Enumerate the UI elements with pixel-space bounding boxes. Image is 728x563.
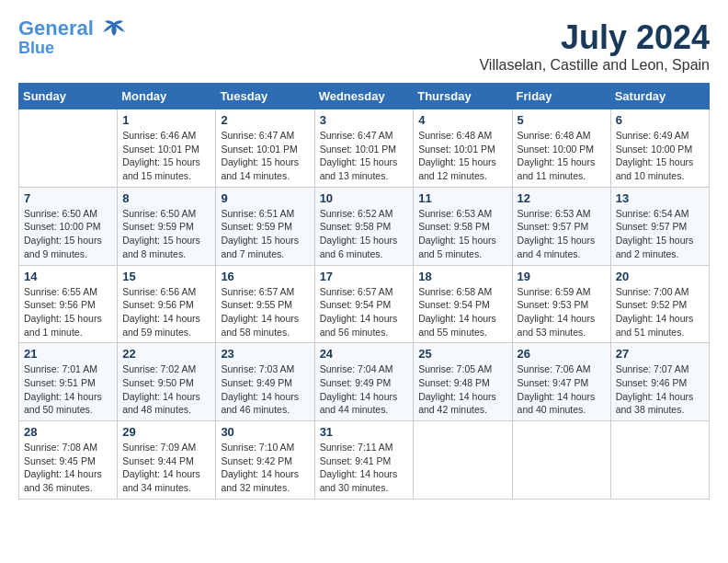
calendar-day-cell: 26Sunrise: 7:06 AMSunset: 9:47 PMDayligh… [512, 343, 610, 421]
day-number: 16 [221, 270, 309, 283]
logo: General Blue [18, 18, 127, 56]
day-info: Sunrise: 6:47 AMSunset: 10:01 PMDaylight… [221, 129, 309, 183]
day-info: Sunrise: 6:48 AMSunset: 10:01 PMDaylight… [418, 129, 506, 183]
calendar-day-cell: 9Sunrise: 6:51 AMSunset: 9:59 PMDaylight… [216, 187, 314, 265]
day-info: Sunrise: 7:09 AMSunset: 9:44 PMDaylight:… [122, 441, 210, 495]
calendar-day-cell: 24Sunrise: 7:04 AMSunset: 9:49 PMDayligh… [314, 343, 414, 421]
calendar-header-row: SundayMondayTuesdayWednesdayThursdayFrid… [19, 84, 710, 109]
day-number: 15 [122, 270, 210, 283]
calendar-day-cell: 17Sunrise: 6:57 AMSunset: 9:54 PMDayligh… [314, 265, 414, 343]
logo-text: General [18, 18, 127, 40]
calendar-day-cell: 18Sunrise: 6:58 AMSunset: 9:54 PMDayligh… [414, 265, 512, 343]
day-info: Sunrise: 6:50 AMSunset: 9:59 PMDaylight:… [122, 207, 210, 261]
day-number: 23 [221, 347, 309, 361]
calendar-day-cell [19, 109, 118, 188]
calendar-day-cell: 30Sunrise: 7:10 AMSunset: 9:42 PMDayligh… [216, 421, 314, 500]
calendar-day-cell: 13Sunrise: 6:54 AMSunset: 9:57 PMDayligh… [610, 187, 709, 265]
day-info: Sunrise: 7:08 AMSunset: 9:45 PMDaylight:… [24, 441, 112, 495]
day-info: Sunrise: 7:00 AMSunset: 9:52 PMDaylight:… [616, 285, 704, 339]
day-info: Sunrise: 6:50 AMSunset: 10:00 PMDaylight… [24, 207, 112, 261]
day-info: Sunrise: 6:52 AMSunset: 9:58 PMDaylight:… [320, 207, 409, 261]
calendar-day-cell: 20Sunrise: 7:00 AMSunset: 9:52 PMDayligh… [610, 265, 709, 343]
day-info: Sunrise: 6:57 AMSunset: 9:54 PMDaylight:… [320, 285, 409, 339]
column-header-thursday: Thursday [414, 84, 512, 109]
calendar-week-row: 21Sunrise: 7:01 AMSunset: 9:51 PMDayligh… [19, 343, 710, 421]
page-header: General Blue July 2024 Villaselan, Casti… [18, 18, 710, 74]
day-number: 4 [418, 113, 506, 127]
day-number: 17 [320, 270, 409, 283]
calendar-day-cell: 5Sunrise: 6:48 AMSunset: 10:00 PMDayligh… [512, 109, 610, 188]
day-info: Sunrise: 7:01 AMSunset: 9:51 PMDaylight:… [24, 362, 112, 417]
calendar-day-cell: 23Sunrise: 7:03 AMSunset: 9:49 PMDayligh… [216, 343, 314, 421]
day-number: 21 [24, 347, 112, 361]
day-info: Sunrise: 6:58 AMSunset: 9:54 PMDaylight:… [418, 285, 506, 339]
day-number: 3 [320, 113, 409, 127]
day-number: 30 [221, 425, 309, 439]
day-number: 1 [122, 113, 210, 127]
day-info: Sunrise: 6:57 AMSunset: 9:55 PMDaylight:… [221, 285, 309, 339]
day-number: 29 [122, 425, 210, 439]
day-info: Sunrise: 7:10 AMSunset: 9:42 PMDaylight:… [221, 441, 309, 495]
day-info: Sunrise: 7:05 AMSunset: 9:48 PMDaylight:… [418, 362, 506, 417]
calendar-day-cell: 31Sunrise: 7:11 AMSunset: 9:41 PMDayligh… [314, 421, 414, 500]
calendar-week-row: 28Sunrise: 7:08 AMSunset: 9:45 PMDayligh… [19, 421, 710, 500]
calendar-week-row: 14Sunrise: 6:55 AMSunset: 9:56 PMDayligh… [19, 265, 710, 343]
column-header-tuesday: Tuesday [216, 84, 314, 109]
day-info: Sunrise: 6:46 AMSunset: 10:01 PMDaylight… [122, 129, 210, 183]
day-number: 5 [518, 113, 606, 127]
column-header-saturday: Saturday [610, 84, 709, 109]
calendar-day-cell [414, 421, 512, 500]
day-number: 22 [122, 347, 210, 361]
day-info: Sunrise: 6:48 AMSunset: 10:00 PMDaylight… [518, 129, 606, 183]
day-info: Sunrise: 6:47 AMSunset: 10:01 PMDaylight… [320, 129, 409, 183]
day-info: Sunrise: 7:03 AMSunset: 9:49 PMDaylight:… [221, 362, 309, 417]
calendar-day-cell: 16Sunrise: 6:57 AMSunset: 9:55 PMDayligh… [216, 265, 314, 343]
logo-general: General [18, 17, 94, 40]
column-header-wednesday: Wednesday [314, 84, 414, 109]
calendar-day-cell [610, 421, 709, 500]
day-info: Sunrise: 6:56 AMSunset: 9:56 PMDaylight:… [122, 285, 210, 339]
day-info: Sunrise: 6:53 AMSunset: 9:58 PMDaylight:… [418, 207, 506, 261]
calendar-day-cell: 8Sunrise: 6:50 AMSunset: 9:59 PMDaylight… [118, 187, 216, 265]
day-number: 31 [320, 425, 409, 439]
calendar-day-cell: 27Sunrise: 7:07 AMSunset: 9:46 PMDayligh… [610, 343, 709, 421]
calendar-day-cell: 29Sunrise: 7:09 AMSunset: 9:44 PMDayligh… [118, 421, 216, 500]
day-number: 26 [518, 347, 606, 361]
day-info: Sunrise: 6:53 AMSunset: 9:57 PMDaylight:… [518, 207, 606, 261]
calendar-day-cell [512, 421, 610, 500]
day-info: Sunrise: 7:06 AMSunset: 9:47 PMDaylight:… [518, 362, 606, 417]
calendar-day-cell: 28Sunrise: 7:08 AMSunset: 9:45 PMDayligh… [19, 421, 118, 500]
day-info: Sunrise: 6:55 AMSunset: 9:56 PMDaylight:… [24, 285, 112, 339]
calendar-day-cell: 2Sunrise: 6:47 AMSunset: 10:01 PMDayligh… [216, 109, 314, 188]
month-year-title: July 2024 [479, 18, 710, 57]
column-header-friday: Friday [512, 84, 610, 109]
calendar-day-cell: 15Sunrise: 6:56 AMSunset: 9:56 PMDayligh… [118, 265, 216, 343]
logo-bird-icon [101, 19, 127, 40]
day-number: 8 [122, 191, 210, 205]
day-number: 19 [518, 270, 606, 283]
logo-blue: Blue [18, 40, 127, 56]
calendar-day-cell: 14Sunrise: 6:55 AMSunset: 9:56 PMDayligh… [19, 265, 118, 343]
calendar-day-cell: 12Sunrise: 6:53 AMSunset: 9:57 PMDayligh… [512, 187, 610, 265]
day-info: Sunrise: 6:59 AMSunset: 9:53 PMDaylight:… [518, 285, 606, 339]
day-number: 18 [418, 270, 506, 283]
column-header-sunday: Sunday [19, 84, 118, 109]
day-number: 14 [24, 270, 112, 283]
day-number: 12 [518, 191, 606, 205]
calendar-week-row: 7Sunrise: 6:50 AMSunset: 10:00 PMDayligh… [19, 187, 710, 265]
day-number: 7 [24, 191, 112, 205]
calendar-day-cell: 3Sunrise: 6:47 AMSunset: 10:01 PMDayligh… [314, 109, 414, 188]
day-info: Sunrise: 7:07 AMSunset: 9:46 PMDaylight:… [616, 362, 704, 417]
calendar-day-cell: 19Sunrise: 6:59 AMSunset: 9:53 PMDayligh… [512, 265, 610, 343]
column-header-monday: Monday [118, 84, 216, 109]
day-number: 25 [418, 347, 506, 361]
calendar-day-cell: 25Sunrise: 7:05 AMSunset: 9:48 PMDayligh… [414, 343, 512, 421]
day-info: Sunrise: 6:49 AMSunset: 10:00 PMDaylight… [616, 129, 704, 183]
day-number: 11 [418, 191, 506, 205]
calendar-day-cell: 21Sunrise: 7:01 AMSunset: 9:51 PMDayligh… [19, 343, 118, 421]
calendar-table: SundayMondayTuesdayWednesdayThursdayFrid… [18, 83, 710, 500]
day-number: 24 [320, 347, 409, 361]
day-number: 2 [221, 113, 309, 127]
day-number: 10 [320, 191, 409, 205]
day-number: 6 [616, 113, 704, 127]
